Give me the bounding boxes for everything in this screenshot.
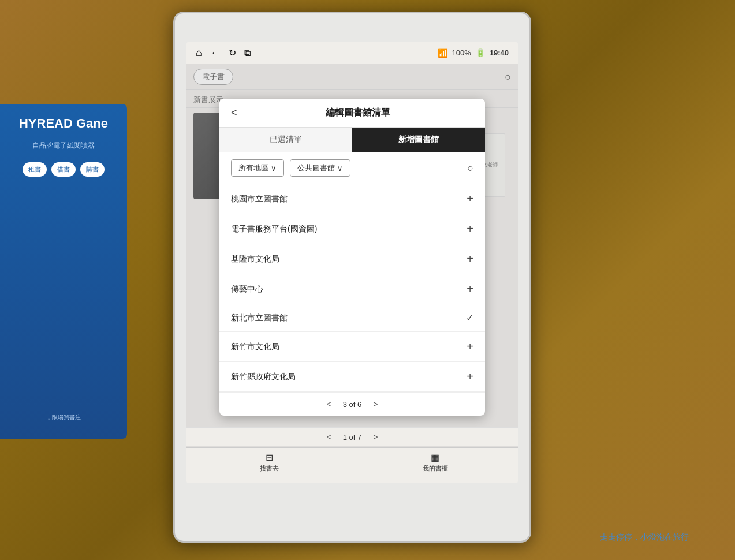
battery-percentage: 100% — [452, 48, 471, 57]
filter-region-chevron: ∨ — [271, 164, 277, 173]
add-button-7[interactable]: + — [467, 370, 473, 383]
library-name-2: 電子書服務平台(國資圖) — [231, 224, 467, 234]
tab-add-library[interactable]: 新增圖書館 — [352, 128, 485, 152]
modal-overlay: < 編輯圖書館清單 已選清單 新增圖書館 所有地區 ∨ — [186, 64, 518, 476]
list-item: 基隆市文化局 + — [219, 244, 485, 274]
bottom-page-next[interactable]: > — [373, 432, 378, 442]
battery-icon: 🔋 — [476, 48, 485, 57]
library-name-5: 新北市立圖書館 — [231, 313, 466, 323]
modal-pagination: < 3 of 6 > — [219, 392, 485, 416]
left-banner: HYREAD Gane 自品牌電子紙閱讀器 租書 借書 購書 ，限場買書注 — [0, 104, 127, 439]
status-left: ⌂ ← ↻ ⧉ — [196, 47, 251, 59]
filter-region-dropdown[interactable]: 所有地區 ∨ — [231, 159, 284, 177]
footer-nav: ⊟ 找書去 ▦ 我的書櫃 — [186, 447, 518, 476]
tab-selected-list[interactable]: 已選清單 — [219, 128, 352, 152]
bottom-page-prev[interactable]: < — [327, 432, 331, 442]
list-item: 新竹市文化局 + — [219, 332, 485, 362]
bookshelf-label: 我的書櫃 — [423, 464, 448, 473]
find-books-label: 找書去 — [260, 464, 279, 473]
bottom-page-label: 1 of 7 — [343, 433, 362, 442]
refresh-icon[interactable]: ↻ — [229, 47, 236, 58]
modal-tabs: 已選清單 新增圖書館 — [219, 128, 485, 152]
list-item: 傳藝中心 + — [219, 274, 485, 304]
banner-footer: ，限場買書注 — [46, 413, 81, 421]
modal-page-next[interactable]: > — [373, 400, 378, 409]
add-button-6[interactable]: + — [467, 340, 473, 353]
bottom-page-nav: < 1 of 7 > — [186, 427, 518, 446]
add-button-4[interactable]: + — [467, 282, 473, 296]
banner-btn-borrow[interactable]: 借書 — [51, 162, 76, 177]
modal-page-prev[interactable]: < — [327, 400, 331, 409]
add-button-3[interactable]: + — [467, 252, 473, 266]
library-name-1: 桃園市立圖書館 — [231, 194, 467, 204]
list-item: 電子書服務平台(國資圖) + — [219, 214, 485, 244]
banner-brand: HYREAD Gane — [19, 115, 108, 132]
clock-time: 19:40 — [490, 48, 509, 57]
main-content: 電子書 ○ 新書展示 這個國文老師 老師我… — [186, 64, 518, 476]
banner-subtitle: 自品牌電子紙閱讀器 — [32, 141, 95, 151]
status-right: 📶 100% 🔋 19:40 — [438, 48, 509, 58]
check-button-5[interactable]: ✓ — [466, 312, 473, 323]
ereader-screen: ⌂ ← ↻ ⧉ 📶 100% 🔋 19:40 電子書 ○ 新書展示 — [186, 42, 518, 483]
home-icon[interactable]: ⌂ — [196, 47, 202, 59]
footer-find-books[interactable]: ⊟ 找書去 — [186, 448, 352, 476]
filter-type-chevron: ∨ — [337, 164, 343, 173]
filter-search-icon[interactable]: ○ — [467, 162, 473, 174]
library-name-3: 基隆市文化局 — [231, 254, 467, 264]
library-name-4: 傳藝中心 — [231, 284, 467, 294]
banner-buttons: 租書 借書 購書 — [23, 162, 105, 177]
modal-page-label: 3 of 6 — [343, 400, 362, 409]
modal-header: < 編輯圖書館清單 — [219, 99, 485, 128]
library-name-7: 新竹縣政府文化局 — [231, 372, 467, 382]
filter-type-dropdown[interactable]: 公共圖書館 ∨ — [290, 159, 350, 177]
list-item: 新竹縣政府文化局 + — [219, 362, 485, 391]
ereader-device: ⌂ ← ↻ ⧉ 📶 100% 🔋 19:40 電子書 ○ 新書展示 — [173, 12, 531, 543]
footer-my-bookshelf[interactable]: ▦ 我的書櫃 — [352, 448, 518, 476]
edit-library-modal: < 編輯圖書館清單 已選清單 新增圖書館 所有地區 ∨ — [219, 99, 485, 416]
modal-back-button[interactable]: < — [231, 107, 237, 119]
status-bar: ⌂ ← ↻ ⧉ 📶 100% 🔋 19:40 — [186, 42, 518, 64]
add-button-2[interactable]: + — [467, 222, 473, 236]
list-item: 新北市立圖書館 ✓ — [219, 304, 485, 332]
add-button-1[interactable]: + — [467, 192, 473, 206]
find-books-icon: ⊟ — [266, 452, 273, 463]
watermark-text: 走走停停，小燈泡在旅行 — [600, 532, 689, 543]
filter-type-label: 公共圖書館 — [297, 163, 335, 173]
window-icon[interactable]: ⧉ — [244, 48, 251, 58]
library-name-6: 新竹市文化局 — [231, 342, 467, 352]
modal-title: 編輯圖書館清單 — [243, 107, 473, 119]
bookshelf-icon: ▦ — [431, 452, 439, 463]
library-list: 桃園市立圖書館 + 電子書服務平台(國資圖) + 基隆市文化局 + 傳 — [219, 184, 485, 392]
wifi-icon: 📶 — [438, 48, 447, 58]
back-icon[interactable]: ← — [210, 47, 221, 59]
filter-region-label: 所有地區 — [238, 163, 268, 173]
filter-row: 所有地區 ∨ 公共圖書館 ∨ ○ — [219, 152, 485, 184]
banner-btn-buy[interactable]: 購書 — [80, 162, 105, 177]
list-item: 桃園市立圖書館 + — [219, 184, 485, 214]
banner-btn-rent[interactable]: 租書 — [23, 162, 47, 177]
